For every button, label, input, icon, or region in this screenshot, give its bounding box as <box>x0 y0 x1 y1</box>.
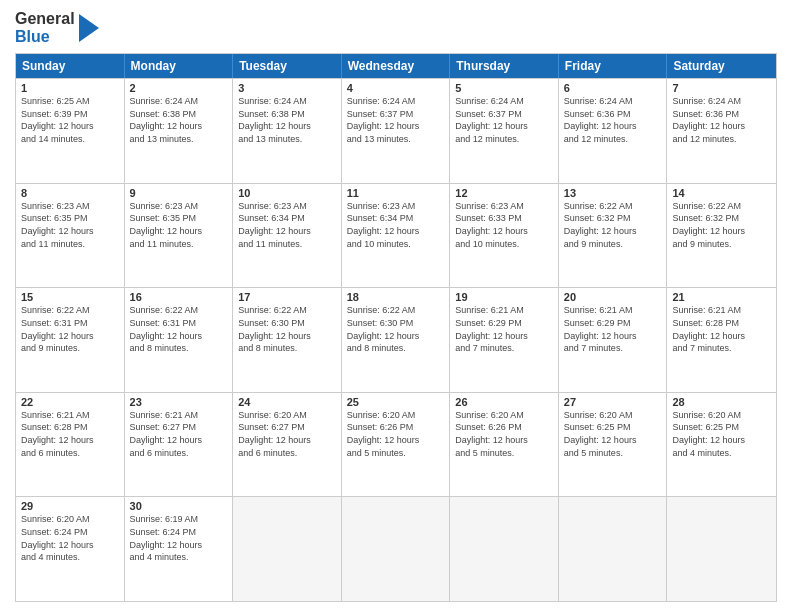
day-info: Sunrise: 6:19 AM Sunset: 6:24 PM Dayligh… <box>130 513 228 563</box>
day-number: 23 <box>130 396 228 408</box>
header: General Blue <box>15 10 777 45</box>
day-number: 17 <box>238 291 336 303</box>
day-info: Sunrise: 6:23 AM Sunset: 6:34 PM Dayligh… <box>238 200 336 250</box>
day-cell-22: 22Sunrise: 6:21 AM Sunset: 6:28 PM Dayli… <box>16 393 125 497</box>
day-info: Sunrise: 6:22 AM Sunset: 6:31 PM Dayligh… <box>21 304 119 354</box>
day-info: Sunrise: 6:24 AM Sunset: 6:36 PM Dayligh… <box>564 95 662 145</box>
calendar-header: SundayMondayTuesdayWednesdayThursdayFrid… <box>16 54 776 78</box>
day-number: 24 <box>238 396 336 408</box>
day-cell-7: 7Sunrise: 6:24 AM Sunset: 6:36 PM Daylig… <box>667 79 776 183</box>
calendar-week-1: 1Sunrise: 6:25 AM Sunset: 6:39 PM Daylig… <box>16 78 776 183</box>
day-number: 11 <box>347 187 445 199</box>
day-number: 21 <box>672 291 771 303</box>
day-info: Sunrise: 6:24 AM Sunset: 6:36 PM Dayligh… <box>672 95 771 145</box>
day-cell-23: 23Sunrise: 6:21 AM Sunset: 6:27 PM Dayli… <box>125 393 234 497</box>
day-cell-10: 10Sunrise: 6:23 AM Sunset: 6:34 PM Dayli… <box>233 184 342 288</box>
day-cell-13: 13Sunrise: 6:22 AM Sunset: 6:32 PM Dayli… <box>559 184 668 288</box>
calendar-week-5: 29Sunrise: 6:20 AM Sunset: 6:24 PM Dayli… <box>16 496 776 601</box>
day-cell-14: 14Sunrise: 6:22 AM Sunset: 6:32 PM Dayli… <box>667 184 776 288</box>
logo-arrow-icon <box>79 14 99 42</box>
day-info: Sunrise: 6:23 AM Sunset: 6:33 PM Dayligh… <box>455 200 553 250</box>
day-cell-1: 1Sunrise: 6:25 AM Sunset: 6:39 PM Daylig… <box>16 79 125 183</box>
day-number: 15 <box>21 291 119 303</box>
day-cell-15: 15Sunrise: 6:22 AM Sunset: 6:31 PM Dayli… <box>16 288 125 392</box>
day-cell-21: 21Sunrise: 6:21 AM Sunset: 6:28 PM Dayli… <box>667 288 776 392</box>
calendar-week-4: 22Sunrise: 6:21 AM Sunset: 6:28 PM Dayli… <box>16 392 776 497</box>
header-cell-tuesday: Tuesday <box>233 54 342 78</box>
day-info: Sunrise: 6:24 AM Sunset: 6:38 PM Dayligh… <box>238 95 336 145</box>
day-number: 26 <box>455 396 553 408</box>
day-number: 6 <box>564 82 662 94</box>
day-cell-17: 17Sunrise: 6:22 AM Sunset: 6:30 PM Dayli… <box>233 288 342 392</box>
day-info: Sunrise: 6:21 AM Sunset: 6:29 PM Dayligh… <box>455 304 553 354</box>
day-number: 20 <box>564 291 662 303</box>
day-cell-30: 30Sunrise: 6:19 AM Sunset: 6:24 PM Dayli… <box>125 497 234 601</box>
day-cell-8: 8Sunrise: 6:23 AM Sunset: 6:35 PM Daylig… <box>16 184 125 288</box>
day-cell-27: 27Sunrise: 6:20 AM Sunset: 6:25 PM Dayli… <box>559 393 668 497</box>
day-cell-18: 18Sunrise: 6:22 AM Sunset: 6:30 PM Dayli… <box>342 288 451 392</box>
header-cell-saturday: Saturday <box>667 54 776 78</box>
header-cell-sunday: Sunday <box>16 54 125 78</box>
day-number: 9 <box>130 187 228 199</box>
day-cell-24: 24Sunrise: 6:20 AM Sunset: 6:27 PM Dayli… <box>233 393 342 497</box>
day-info: Sunrise: 6:20 AM Sunset: 6:25 PM Dayligh… <box>564 409 662 459</box>
day-cell-9: 9Sunrise: 6:23 AM Sunset: 6:35 PM Daylig… <box>125 184 234 288</box>
day-info: Sunrise: 6:20 AM Sunset: 6:26 PM Dayligh… <box>455 409 553 459</box>
day-cell-4: 4Sunrise: 6:24 AM Sunset: 6:37 PM Daylig… <box>342 79 451 183</box>
header-cell-monday: Monday <box>125 54 234 78</box>
day-number: 25 <box>347 396 445 408</box>
day-number: 2 <box>130 82 228 94</box>
day-number: 4 <box>347 82 445 94</box>
day-number: 8 <box>21 187 119 199</box>
day-number: 7 <box>672 82 771 94</box>
day-cell-16: 16Sunrise: 6:22 AM Sunset: 6:31 PM Dayli… <box>125 288 234 392</box>
day-info: Sunrise: 6:21 AM Sunset: 6:28 PM Dayligh… <box>21 409 119 459</box>
day-info: Sunrise: 6:21 AM Sunset: 6:28 PM Dayligh… <box>672 304 771 354</box>
header-cell-thursday: Thursday <box>450 54 559 78</box>
day-cell-empty <box>342 497 451 601</box>
day-cell-empty <box>233 497 342 601</box>
day-info: Sunrise: 6:24 AM Sunset: 6:38 PM Dayligh… <box>130 95 228 145</box>
day-cell-11: 11Sunrise: 6:23 AM Sunset: 6:34 PM Dayli… <box>342 184 451 288</box>
day-cell-empty <box>450 497 559 601</box>
day-cell-6: 6Sunrise: 6:24 AM Sunset: 6:36 PM Daylig… <box>559 79 668 183</box>
logo-graphic: General Blue <box>15 10 75 45</box>
logo-blue: Blue <box>15 28 75 46</box>
day-number: 12 <box>455 187 553 199</box>
day-cell-3: 3Sunrise: 6:24 AM Sunset: 6:38 PM Daylig… <box>233 79 342 183</box>
day-info: Sunrise: 6:24 AM Sunset: 6:37 PM Dayligh… <box>347 95 445 145</box>
day-number: 29 <box>21 500 119 512</box>
day-number: 28 <box>672 396 771 408</box>
day-info: Sunrise: 6:20 AM Sunset: 6:24 PM Dayligh… <box>21 513 119 563</box>
day-number: 10 <box>238 187 336 199</box>
logo-general: General <box>15 10 75 28</box>
day-number: 5 <box>455 82 553 94</box>
page: General Blue SundayMondayTuesdayWednesda… <box>0 0 792 612</box>
day-number: 16 <box>130 291 228 303</box>
day-info: Sunrise: 6:20 AM Sunset: 6:27 PM Dayligh… <box>238 409 336 459</box>
day-info: Sunrise: 6:21 AM Sunset: 6:27 PM Dayligh… <box>130 409 228 459</box>
day-cell-28: 28Sunrise: 6:20 AM Sunset: 6:25 PM Dayli… <box>667 393 776 497</box>
day-info: Sunrise: 6:22 AM Sunset: 6:30 PM Dayligh… <box>238 304 336 354</box>
day-info: Sunrise: 6:22 AM Sunset: 6:32 PM Dayligh… <box>672 200 771 250</box>
day-number: 22 <box>21 396 119 408</box>
day-cell-empty <box>559 497 668 601</box>
day-number: 1 <box>21 82 119 94</box>
calendar-week-2: 8Sunrise: 6:23 AM Sunset: 6:35 PM Daylig… <box>16 183 776 288</box>
day-number: 18 <box>347 291 445 303</box>
day-cell-5: 5Sunrise: 6:24 AM Sunset: 6:37 PM Daylig… <box>450 79 559 183</box>
calendar-week-3: 15Sunrise: 6:22 AM Sunset: 6:31 PM Dayli… <box>16 287 776 392</box>
header-cell-friday: Friday <box>559 54 668 78</box>
day-number: 19 <box>455 291 553 303</box>
day-number: 14 <box>672 187 771 199</box>
day-cell-empty <box>667 497 776 601</box>
day-number: 13 <box>564 187 662 199</box>
day-cell-25: 25Sunrise: 6:20 AM Sunset: 6:26 PM Dayli… <box>342 393 451 497</box>
day-info: Sunrise: 6:23 AM Sunset: 6:34 PM Dayligh… <box>347 200 445 250</box>
day-info: Sunrise: 6:20 AM Sunset: 6:26 PM Dayligh… <box>347 409 445 459</box>
day-number: 3 <box>238 82 336 94</box>
day-info: Sunrise: 6:20 AM Sunset: 6:25 PM Dayligh… <box>672 409 771 459</box>
day-info: Sunrise: 6:22 AM Sunset: 6:31 PM Dayligh… <box>130 304 228 354</box>
day-cell-12: 12Sunrise: 6:23 AM Sunset: 6:33 PM Dayli… <box>450 184 559 288</box>
day-cell-20: 20Sunrise: 6:21 AM Sunset: 6:29 PM Dayli… <box>559 288 668 392</box>
